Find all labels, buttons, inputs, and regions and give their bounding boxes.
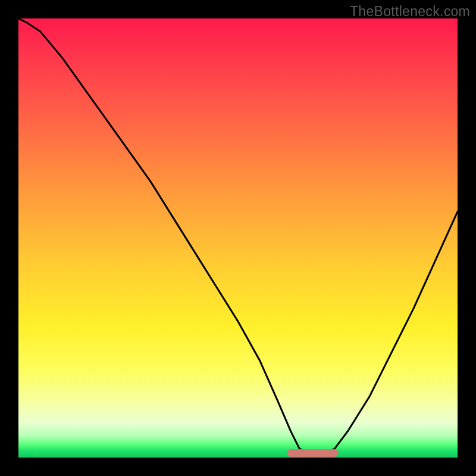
watermark-text: TheBottleneck.com: [350, 4, 470, 20]
plot-area: [18, 18, 458, 458]
chart-svg: [18, 18, 458, 458]
bottleneck-curve: [18, 18, 458, 453]
chart-layer: [18, 18, 458, 457]
optimal-range-marker: [287, 450, 339, 457]
